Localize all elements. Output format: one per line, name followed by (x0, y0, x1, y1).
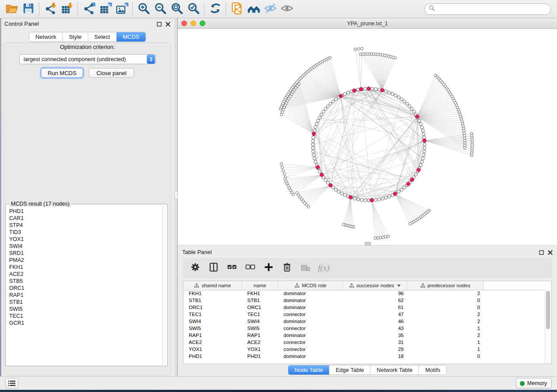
mcds-result-item[interactable]: SWI5 (6, 306, 163, 313)
panel-menu-button[interactable] (5, 378, 18, 389)
network-node[interactable] (423, 143, 426, 146)
zoom-fit-button[interactable] (169, 2, 185, 17)
network-node[interactable] (314, 160, 317, 163)
network-node[interactable] (311, 139, 315, 142)
network-node[interactable] (313, 157, 316, 160)
table-tab-node-table[interactable]: Node Table (288, 365, 329, 375)
import-network-button[interactable] (42, 2, 59, 17)
network-node[interactable] (363, 199, 367, 202)
network-node[interactable] (318, 170, 321, 173)
close-panel-button[interactable]: Close panel (89, 68, 134, 78)
network-node[interactable] (421, 157, 424, 160)
table-tab-edge-table[interactable]: Edge Table (329, 365, 370, 375)
table-row[interactable]: FKH1FKH1dominator962 (183, 290, 545, 297)
network-node[interactable] (374, 237, 377, 239)
tab-mcds[interactable]: MCDS (116, 32, 145, 41)
network-node[interactable] (382, 236, 384, 238)
network-node[interactable] (387, 235, 390, 237)
network-node[interactable] (326, 181, 329, 184)
function-button[interactable]: f(x) (318, 262, 330, 274)
network-node[interactable] (282, 169, 284, 172)
network-node[interactable] (329, 56, 331, 59)
network-dominator-node[interactable] (410, 178, 414, 181)
network-node[interactable] (343, 193, 346, 196)
network-node[interactable] (403, 100, 406, 103)
network-node[interactable] (283, 172, 286, 175)
column-header-MCDS-role[interactable]: MCDS role (278, 281, 343, 290)
network-node[interactable] (334, 98, 337, 101)
network-node[interactable] (464, 147, 466, 149)
refresh-view-button[interactable] (207, 2, 224, 17)
network-node[interactable] (353, 197, 356, 200)
network-node[interactable] (397, 190, 400, 193)
network-node[interactable] (422, 132, 425, 135)
network-node[interactable] (384, 196, 387, 199)
network-node[interactable] (332, 100, 335, 103)
table-row[interactable]: SWI4SWI4dominator462 (183, 318, 545, 325)
mcds-result-item[interactable]: RAP1 (6, 292, 163, 299)
network-node[interactable] (280, 162, 283, 165)
delete-table-button[interactable] (299, 262, 311, 274)
network-node[interactable] (340, 192, 343, 195)
network-node[interactable] (388, 91, 391, 94)
criterion-dropdown[interactable]: largest connected component (undirected) (19, 54, 156, 64)
table-row[interactable]: ORC1ORC1dominator610 (183, 304, 545, 311)
network-node[interactable] (379, 236, 382, 239)
table-row[interactable]: YOX1YOX1connector291 (183, 346, 545, 353)
network-node[interactable] (315, 122, 318, 125)
network-dominator-node[interactable] (370, 199, 373, 202)
split-columns-button[interactable] (208, 262, 220, 274)
delete-row-button[interactable] (281, 262, 293, 274)
table-tab-motifs[interactable]: Motifs (419, 365, 446, 375)
mcds-result-item[interactable]: STB1 (6, 299, 163, 306)
network-node[interactable] (377, 237, 379, 239)
zoom-out-button[interactable] (152, 2, 169, 17)
network-dominator-node[interactable] (393, 192, 397, 196)
network-node[interactable] (405, 102, 408, 105)
float-panel-icon[interactable] (157, 21, 162, 26)
close-panel-icon[interactable] (548, 250, 553, 254)
tab-network[interactable]: Network (29, 32, 62, 41)
mcds-result-item[interactable]: STB5 (6, 278, 163, 285)
network-node[interactable] (311, 150, 315, 153)
hide-selected-button[interactable] (262, 2, 279, 17)
network-node[interactable] (343, 93, 346, 96)
network-node[interactable] (419, 164, 422, 167)
network-canvas[interactable] (178, 29, 557, 245)
network-node[interactable] (400, 98, 403, 101)
column-header-successor-nodes[interactable]: successor nodes (343, 281, 407, 290)
network-dominator-node[interactable] (406, 182, 410, 186)
show-all-button[interactable] (279, 2, 295, 17)
network-window-titlebar[interactable]: YPA_prune.txt_1 (178, 18, 557, 29)
network-node[interactable] (360, 198, 363, 201)
column-header-predecessor-nodes[interactable]: predecessor nodes (407, 281, 484, 290)
network-node[interactable] (334, 188, 337, 191)
float-panel-icon[interactable] (539, 250, 544, 254)
tab-style[interactable]: Style (62, 32, 88, 41)
mcds-list-scrollbar[interactable] (162, 205, 167, 365)
network-node[interactable] (408, 223, 411, 225)
network-node[interactable] (423, 146, 426, 149)
network-node[interactable] (377, 198, 381, 201)
network-node[interactable] (284, 178, 286, 180)
search-input[interactable] (438, 6, 550, 13)
network-node[interactable] (295, 192, 298, 194)
save-session-button[interactable] (20, 2, 37, 17)
mcds-result-item[interactable]: ACE2 (6, 271, 163, 278)
open-file-button[interactable] (3, 2, 20, 17)
table-row[interactable]: SWI5SWI5connector431 (183, 325, 545, 332)
network-node[interactable] (313, 129, 316, 132)
network-node[interactable] (384, 235, 387, 238)
table-row[interactable]: PHD1PHD1dominator180 (183, 353, 545, 360)
network-dominator-node[interactable] (415, 115, 419, 118)
network-node[interactable] (326, 105, 329, 108)
network-node[interactable] (374, 198, 377, 201)
mcds-result-item[interactable]: PMA2 (6, 257, 163, 264)
deselect-all-button[interactable] (244, 262, 256, 274)
network-node[interactable] (354, 48, 356, 51)
mcds-result-item[interactable]: FKH1 (6, 264, 163, 271)
export-network-button[interactable] (80, 2, 97, 17)
network-node[interactable] (311, 136, 315, 139)
network-node[interactable] (384, 90, 387, 93)
network-node[interactable] (370, 87, 374, 90)
